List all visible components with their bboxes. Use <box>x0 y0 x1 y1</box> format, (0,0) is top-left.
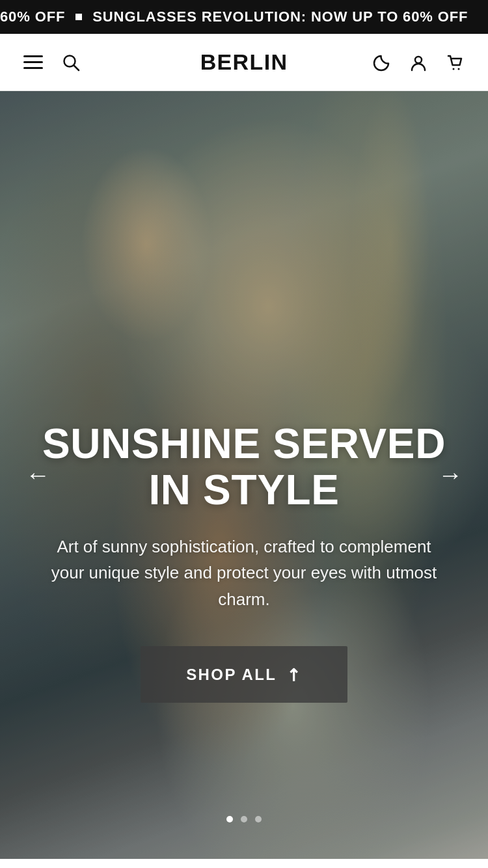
header-right <box>372 53 465 72</box>
shop-all-arrow-icon: ↗ <box>281 662 306 687</box>
announcement-separator <box>75 14 82 20</box>
hero-prev-arrow[interactable]: ← <box>18 455 57 495</box>
announcement-bar: 60% OFF SUNGLASSES REVOLUTION: NOW UP TO… <box>0 0 488 34</box>
hero-dot-1[interactable] <box>226 816 233 822</box>
announcement-text: 60% OFF SUNGLASSES REVOLUTION: NOW UP TO… <box>0 8 488 25</box>
cart-icon[interactable] <box>445 53 465 72</box>
brand-title[interactable]: BERLIN <box>200 49 288 75</box>
account-icon[interactable] <box>409 53 428 72</box>
hero-next-arrow[interactable]: → <box>431 455 470 495</box>
header: BERLIN <box>0 34 488 91</box>
hero-pagination <box>226 816 262 822</box>
hero-title: SUNSHINE SERVED IN STYLE <box>39 421 449 513</box>
hero-subtitle: Art of sunny sophistication, crafted to … <box>39 534 449 612</box>
announcement-text-2: SUNGLASSES REVOLUTION: NOW UP TO 60% OFF <box>92 8 468 25</box>
hero-content: SUNSHINE SERVED IN STYLE Art of sunny so… <box>0 421 488 703</box>
announcement-text-1: 60% OFF <box>0 8 65 25</box>
hero-dot-3[interactable] <box>255 816 262 822</box>
svg-point-2 <box>415 57 422 63</box>
search-icon[interactable] <box>61 53 81 72</box>
header-left <box>23 53 81 72</box>
shop-all-label: SHOP ALL <box>186 666 277 684</box>
hero-section: ← → SUNSHINE SERVED IN STYLE Art of sunn… <box>0 91 488 859</box>
shop-all-button[interactable]: SHOP ALL ↗ <box>141 646 347 703</box>
svg-line-1 <box>74 65 79 70</box>
svg-point-4 <box>458 68 460 70</box>
svg-point-3 <box>453 68 455 70</box>
hero-dot-2[interactable] <box>241 816 247 822</box>
darkmode-icon[interactable] <box>372 53 392 72</box>
hamburger-icon[interactable] <box>23 55 43 69</box>
